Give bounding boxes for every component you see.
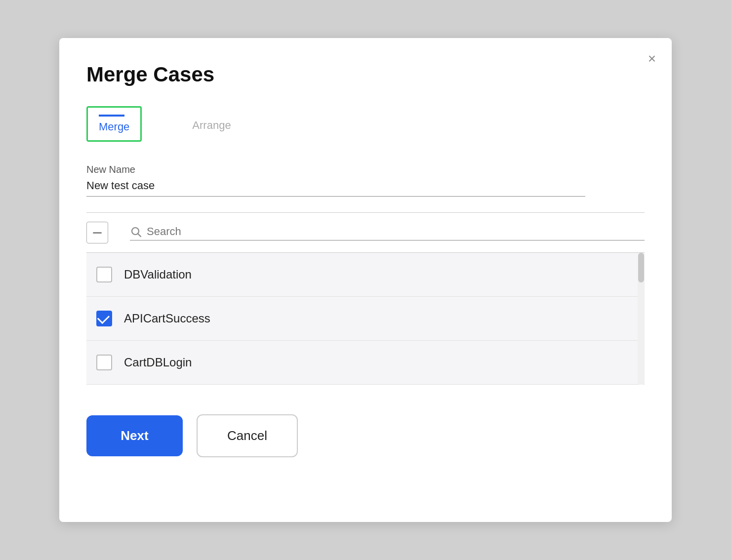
footer: Next Cancel [86, 414, 645, 457]
tabs-row: Merge Arrange [86, 106, 645, 142]
svg-line-1 [138, 234, 141, 237]
tab-merge[interactable]: Merge [86, 106, 142, 142]
scrollbar-thumb [638, 253, 644, 282]
tab-arrange-label: Arrange [192, 119, 231, 132]
case-apicartsuccess-checkbox[interactable] [96, 311, 112, 326]
cases-list: DBValidation APICartSuccess CartDBLogin [86, 253, 645, 385]
tab-merge-label: Merge [99, 120, 129, 133]
tab-arrange[interactable]: Arrange [181, 106, 242, 142]
list-item: CartDBLogin [86, 341, 645, 385]
cases-list-wrapper: DBValidation APICartSuccess CartDBLogin [86, 253, 645, 385]
dialog-title: Merge Cases [86, 63, 645, 86]
search-field-wrapper [130, 225, 645, 240]
scrollbar[interactable] [638, 253, 645, 385]
case-dbvalidation-checkbox[interactable] [96, 267, 112, 282]
case-cartdblogin-label: CartDBLogin [124, 356, 192, 369]
minus-icon [93, 232, 102, 234]
merge-cases-dialog: × Merge Cases Merge Arrange New Name New… [59, 38, 672, 522]
new-name-value: New test case [86, 179, 585, 197]
list-item: DBValidation [86, 253, 645, 297]
cases-list-section: DBValidation APICartSuccess CartDBLogin [86, 212, 645, 385]
new-name-field: New Name New test case [86, 164, 645, 197]
case-apicartsuccess-label: APICartSuccess [124, 312, 210, 325]
new-name-label: New Name [86, 164, 645, 175]
case-cartdblogin-checkbox[interactable] [96, 355, 112, 370]
tab-arrange-indicator [192, 113, 218, 115]
cancel-button[interactable]: Cancel [197, 414, 298, 457]
case-dbvalidation-label: DBValidation [124, 268, 192, 281]
next-button[interactable]: Next [86, 415, 183, 456]
search-row [86, 213, 645, 253]
deselect-all-button[interactable] [86, 222, 108, 243]
tab-merge-indicator [99, 115, 124, 117]
search-icon [130, 226, 142, 238]
search-input[interactable] [147, 225, 645, 238]
close-button[interactable]: × [648, 52, 656, 66]
list-item: APICartSuccess [86, 297, 645, 341]
